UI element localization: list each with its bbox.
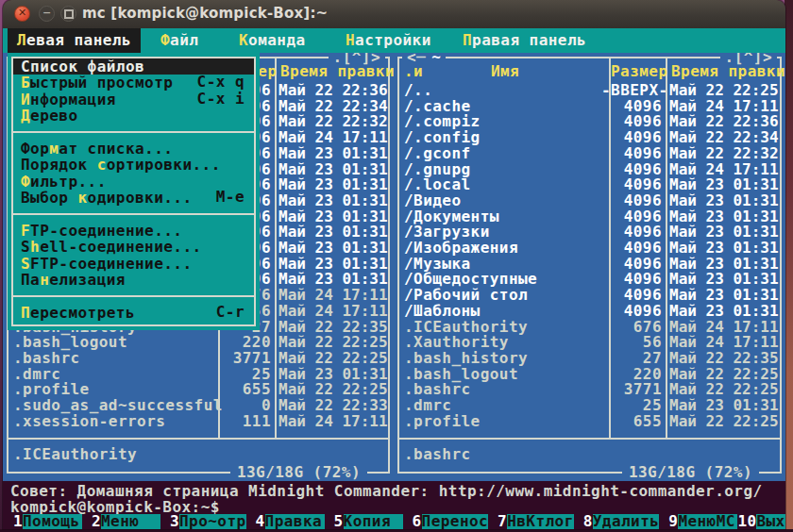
- dropdown-item-11[interactable]: Shell-соединение...: [13, 239, 254, 255]
- table-row[interactable]: /.config4096Май 22 22:34: [394, 129, 785, 145]
- window-title: mc [kompick@kompick-Box]:~: [82, 5, 328, 22]
- fkey-number: 1: [4, 514, 23, 529]
- table-row[interactable]: .bashrc3771Май 22 22:25: [394, 381, 785, 397]
- dropdown-item-10[interactable]: FTP-соединение...: [13, 223, 254, 239]
- window-titlebar[interactable]: ✕ − mc [kompick@kompick-Box]:~: [3, 0, 785, 29]
- table-row[interactable]: /Видео4096Май 23 01:31: [394, 192, 785, 208]
- terminal-content: Левая панельФайлКомандаНастройкиПравая п…: [3, 28, 785, 529]
- dropdown-item-6[interactable]: Порядок сортировки...: [13, 157, 254, 173]
- dropdown-item-15[interactable]: ПересмотретьC-r: [13, 305, 254, 321]
- table-row[interactable]: /..-ВВЕРХ-Май 22 22:25: [394, 82, 785, 98]
- desktop-edge: [785, 0, 793, 532]
- table-row[interactable]: .ICEauthority676Май 24 17:11: [394, 319, 785, 335]
- table-row[interactable]: .bashrc3771Май 22 22:25: [3, 350, 394, 366]
- table-row[interactable]: /.local4096Май 23 01:31: [394, 176, 785, 192]
- maximize-icon[interactable]: [60, 6, 76, 22]
- file-mtime: Май 22 22:25: [669, 366, 779, 382]
- fkey-2-button[interactable]: 2Меню: [82, 514, 160, 529]
- fkey-label: Выход: [756, 514, 785, 529]
- file-size: 4096: [601, 256, 662, 272]
- file-name: .profile: [13, 381, 90, 397]
- file-name: /.compiz: [404, 113, 481, 129]
- fkey-label: Правка: [265, 514, 325, 529]
- close-icon[interactable]: ✕: [14, 6, 30, 22]
- table-row[interactable]: .profile655Май 22 22:25: [3, 381, 394, 397]
- fkey-5-button[interactable]: 5Копия: [325, 514, 403, 529]
- menu-bar: Левая панельФайлКомандаНастройкиПравая п…: [3, 28, 785, 53]
- file-size: 655: [211, 381, 271, 397]
- minimize-icon[interactable]: −: [39, 6, 55, 22]
- file-mtime: Май 22 22:25: [278, 350, 388, 366]
- table-row[interactable]: /Музыка4096Май 23 01:31: [394, 256, 785, 272]
- menu-item-0[interactable]: Левая панель: [8, 28, 141, 53]
- file-name: .sudo_as_ad~successful: [13, 397, 223, 413]
- dropdown-item-3[interactable]: Дерево: [13, 108, 254, 124]
- menu-hotkey: h: [30, 238, 40, 256]
- shortcut-label: C-x q: [197, 75, 245, 90]
- menu-item-4[interactable]: Правая панель: [453, 28, 596, 53]
- file-name: .xsession-errors: [13, 413, 165, 429]
- shortcut-label: C-r: [216, 305, 245, 320]
- file-size: 220: [211, 334, 271, 350]
- file-mtime: Май 22 22:34: [278, 98, 388, 114]
- table-row[interactable]: .sudo_as_ad~successful0Май 22 22:33: [3, 397, 394, 413]
- menu-hotkey: И: [21, 91, 30, 108]
- table-row[interactable]: .xsession-errors111Май 24 17:11: [3, 413, 394, 429]
- table-row[interactable]: /Шаблоны4096Май 23 01:31: [394, 303, 785, 319]
- menu-hotkey: П: [463, 31, 472, 49]
- table-row[interactable]: /Загрузки4096Май 23 01:31: [394, 224, 785, 240]
- file-mtime: Май 23 01:31: [278, 366, 388, 382]
- fkey-10-button[interactable]: 10Выход: [737, 514, 785, 529]
- menu-hotkey: Ф: [160, 31, 170, 49]
- file-mtime: Май 24 17:11: [669, 334, 779, 350]
- column-header-size[interactable]: Размер: [611, 63, 666, 79]
- dropdown-item-5[interactable]: Формат списка...: [13, 141, 254, 157]
- table-row[interactable]: /Документы4096Май 23 01:31: [394, 208, 785, 224]
- file-size: 25: [601, 397, 662, 413]
- fkey-9-button[interactable]: 9МенюМС: [659, 514, 737, 529]
- table-row[interactable]: .bash_history27Май 22 22:35: [394, 350, 785, 366]
- table-row[interactable]: /Общедоступные4096Май 23 01:31: [394, 271, 785, 287]
- right-panel: <─~.[^]>.иИмяРазмерВремя правки/..-ВВЕРХ…: [394, 53, 785, 481]
- fkey-6-button[interactable]: 6Перенос: [403, 514, 489, 529]
- fkey-4-button[interactable]: 4Правка: [246, 514, 325, 529]
- menu-item-1[interactable]: Файл: [151, 28, 208, 53]
- file-name: /.config: [404, 129, 481, 145]
- table-row[interactable]: /Изображения4096Май 23 01:31: [394, 240, 785, 256]
- table-row[interactable]: /.gnupg4096Май 24 17:11: [394, 161, 785, 177]
- hint-line: Совет: Домашняя страница Midnight Comman…: [10, 483, 763, 499]
- dropdown-item-13[interactable]: Панелизация: [13, 272, 254, 288]
- table-row[interactable]: .dmrc25Май 23 01:31: [394, 397, 785, 413]
- table-row[interactable]: /.gconf4096Май 22 22:32: [394, 145, 785, 161]
- menu-item-3[interactable]: Настройки: [336, 28, 441, 53]
- disk-usage: 13G/18G (72%): [622, 464, 759, 480]
- fkey-8-button[interactable]: 8Удалить: [574, 514, 660, 529]
- file-mtime: Май 23 01:31: [669, 208, 779, 224]
- menu-separator: [12, 213, 255, 215]
- dropdown-item-8[interactable]: Выбор кодировки...M-e: [13, 190, 254, 206]
- file-mtime: Май 22 22:35: [669, 350, 779, 366]
- file-name: /Документы: [404, 208, 499, 224]
- table-row[interactable]: .Xauthority56Май 24 17:11: [394, 334, 785, 350]
- file-name: .Xauthority: [404, 334, 509, 350]
- file-mtime: Май 22 22:25: [669, 413, 779, 429]
- fkey-7-button[interactable]: 7НвКтлог: [488, 514, 574, 529]
- table-row[interactable]: /.cache4096Май 24 17:11: [394, 98, 785, 114]
- file-size: 3771: [601, 381, 662, 397]
- menu-hotkey: Л: [17, 31, 26, 49]
- table-row[interactable]: .bash_logout220Май 22 22:25: [394, 366, 785, 382]
- fkey-1-button[interactable]: 1Помощь: [4, 514, 82, 529]
- table-row[interactable]: /Рабочий стол4096Май 23 01:31: [394, 287, 785, 303]
- table-row[interactable]: .bash_logout220Май 22 22:25: [3, 334, 394, 350]
- table-row[interactable]: .dmrc25Май 23 01:31: [3, 366, 394, 382]
- file-size: 655: [601, 413, 662, 429]
- menu-item-2[interactable]: Команда: [229, 28, 315, 53]
- dropdown-item-12[interactable]: SFTP-соединение...: [13, 256, 254, 272]
- menu-hotkey: F: [21, 222, 30, 240]
- file-mtime: Май 23 01:31: [278, 145, 388, 161]
- table-row[interactable]: /.compiz4096Май 22 22:36: [394, 113, 785, 129]
- table-row[interactable]: .profile655Май 22 22:25: [394, 413, 785, 429]
- dropdown-item-2[interactable]: ИнформацияC-x i: [13, 91, 254, 108]
- fkey-3-button[interactable]: 3Про~отр: [160, 514, 246, 529]
- file-size: 4096: [601, 192, 662, 208]
